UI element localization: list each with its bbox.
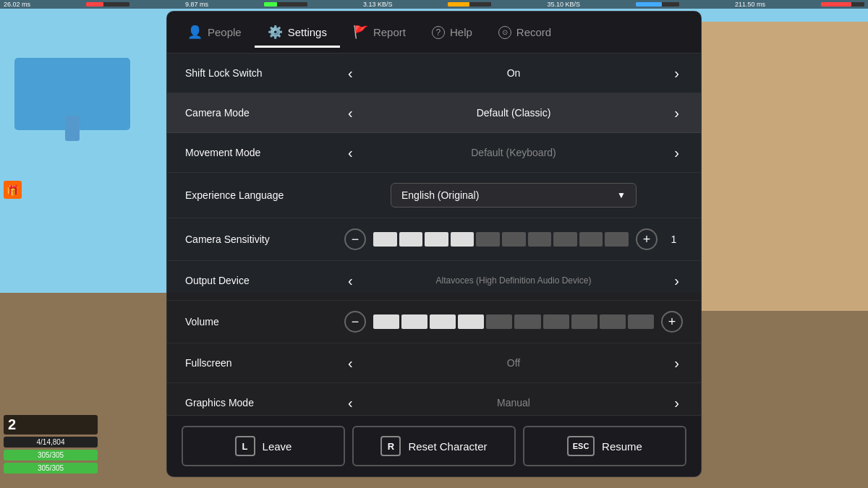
language-dropdown[interactable]: English (Original) ▼ <box>391 183 637 207</box>
setting-movement-mode: Movement Mode ‹ Default (Keyboard) › <box>167 133 701 173</box>
perf-ms-2: 9.87 ms <box>185 1 208 8</box>
output-device-next[interactable]: › <box>671 273 683 289</box>
fullscreen-control: ‹ Off › <box>344 355 683 372</box>
leave-button[interactable]: L Leave <box>182 426 345 466</box>
movement-mode-next[interactable]: › <box>671 145 683 161</box>
perf-bar-3 <box>448 2 491 7</box>
vol-seg-8 <box>571 314 597 329</box>
seg-3 <box>425 232 448 247</box>
setting-graphics-mode: Graphics Mode ‹ Manual › <box>167 383 701 415</box>
seg-8 <box>553 232 577 247</box>
setting-output-device: Output Device ‹ Altavoces (High Definiti… <box>167 261 701 301</box>
camera-mode-next[interactable]: › <box>671 105 683 121</box>
hud-number: 2 <box>4 415 98 435</box>
hud-stat-1-label: 4/14,804 <box>4 437 98 448</box>
output-device-control: ‹ Altavoces (High Definition Audio Devic… <box>344 273 683 289</box>
experience-language-label: Experience Language <box>185 189 344 201</box>
setting-shift-lock: Shift Lock Switch ‹ On › <box>167 53 701 93</box>
seg-7 <box>528 232 552 247</box>
output-device-label: Output Device <box>185 275 344 286</box>
settings-content: Shift Lock Switch ‹ On › Camera Mode ‹ D… <box>167 53 701 415</box>
volume-plus[interactable]: + <box>661 311 683 333</box>
hud-stat-2-label: 305/305 <box>4 450 98 461</box>
seg-1 <box>373 232 397 247</box>
camera-sensitivity-label: Camera Sensitivity <box>185 234 344 245</box>
resume-button[interactable]: ESC Resume <box>523 426 686 466</box>
seg-4 <box>451 232 475 247</box>
camera-sensitivity-track <box>373 232 629 247</box>
camera-sensitivity-minus[interactable]: − <box>344 228 366 250</box>
character-scene <box>65 116 80 141</box>
reset-key: R <box>380 436 401 456</box>
tab-record[interactable]: ⊙ Record <box>485 20 564 47</box>
output-device-prev[interactable]: ‹ <box>344 273 357 289</box>
camera-mode-value: Default (Classic) <box>364 107 664 119</box>
graphics-mode-value: Manual <box>364 397 664 408</box>
settings-modal: 👤 People ⚙️ Settings 🚩 Report ? Help ⊙ R… <box>166 11 702 477</box>
camera-sensitivity-plus[interactable]: + <box>636 228 658 250</box>
tab-settings[interactable]: ⚙️ Settings <box>255 19 340 48</box>
shift-lock-label: Shift Lock Switch <box>185 67 344 79</box>
tab-settings-label: Settings <box>288 26 327 38</box>
setting-experience-language: Experience Language English (Original) ▼ <box>167 173 701 218</box>
fullscreen-prev[interactable]: ‹ <box>344 355 357 372</box>
seg-9 <box>579 232 603 247</box>
graphics-mode-control: ‹ Manual › <box>344 395 683 411</box>
perf-kbs-2: 35.10 KB/S <box>547 1 580 8</box>
perf-bar-2 <box>264 2 307 7</box>
volume-track <box>373 314 654 329</box>
camera-mode-label: Camera Mode <box>185 107 344 119</box>
tab-bar: 👤 People ⚙️ Settings 🚩 Report ? Help ⊙ R… <box>167 12 701 53</box>
camera-sensitivity-number: 1 <box>665 234 683 245</box>
hud-stat-3: 305/305 <box>4 463 98 474</box>
camera-mode-prev[interactable]: ‹ <box>344 105 357 121</box>
graphics-mode-next[interactable]: › <box>671 395 683 411</box>
resume-key: ESC <box>567 436 595 456</box>
shift-lock-prev[interactable]: ‹ <box>344 65 357 82</box>
perf-ms-1: 26.02 ms <box>4 1 30 8</box>
setting-volume: Volume − + <box>167 301 701 343</box>
volume-minus[interactable]: − <box>344 311 366 333</box>
tab-record-label: Record <box>516 26 551 38</box>
seg-2 <box>399 232 423 247</box>
tab-report[interactable]: 🚩 Report <box>340 19 419 48</box>
seg-10 <box>605 232 629 247</box>
tab-help[interactable]: ? Help <box>419 20 485 47</box>
vol-seg-9 <box>600 314 626 329</box>
dropdown-arrow-icon: ▼ <box>617 190 626 200</box>
vol-seg-4 <box>458 314 484 329</box>
tab-people-label: People <box>208 26 242 38</box>
volume-label: Volume <box>185 316 344 328</box>
fullscreen-label: Fullscreen <box>185 357 344 369</box>
settings-icon: ⚙️ <box>268 25 283 40</box>
leave-label: Leave <box>263 440 292 453</box>
vol-seg-5 <box>486 314 512 329</box>
graphics-mode-prev[interactable]: ‹ <box>344 395 357 411</box>
tab-report-label: Report <box>373 26 406 38</box>
bottom-buttons: L Leave R Reset Character ESC Resume <box>167 415 701 476</box>
perf-kbs-1: 3.13 KB/S <box>363 1 393 8</box>
fullscreen-value: Off <box>364 357 664 369</box>
fullscreen-next[interactable]: › <box>671 355 683 372</box>
camera-mode-control: ‹ Default (Classic) › <box>344 105 683 121</box>
reset-character-button[interactable]: R Reset Character <box>352 426 516 466</box>
leave-key: L <box>235 436 255 456</box>
setting-fullscreen: Fullscreen ‹ Off › <box>167 343 701 383</box>
movement-mode-control: ‹ Default (Keyboard) › <box>344 145 683 161</box>
output-device-value: Altavoces (High Definition Audio Device) <box>364 275 664 286</box>
tab-people[interactable]: 👤 People <box>174 19 255 48</box>
graphics-mode-label: Graphics Mode <box>185 397 344 408</box>
movement-mode-label: Movement Mode <box>185 147 344 158</box>
tab-help-label: Help <box>450 26 472 38</box>
hud-stat-2: 305/305 <box>4 450 98 461</box>
setting-camera-sensitivity: Camera Sensitivity − + 1 <box>167 218 701 261</box>
volume-control: − + <box>344 311 683 333</box>
gift-icon[interactable]: 🎁 <box>4 181 22 199</box>
vol-seg-2 <box>401 314 427 329</box>
people-icon: 👤 <box>187 25 203 40</box>
camera-sensitivity-control: − + 1 <box>344 228 683 250</box>
movement-mode-prev[interactable]: ‹ <box>344 145 357 161</box>
seg-5 <box>476 232 500 247</box>
resume-label: Resume <box>602 440 642 453</box>
shift-lock-next[interactable]: › <box>671 65 683 82</box>
